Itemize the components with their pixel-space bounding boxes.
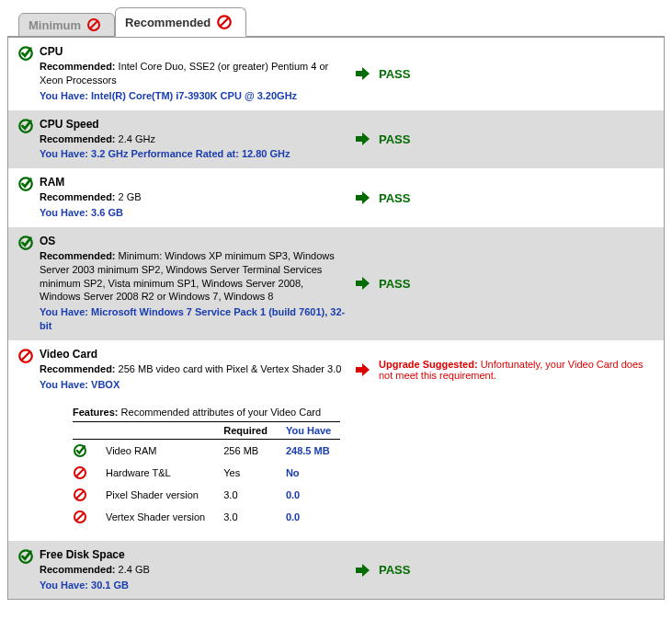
feature-have: 248.5 MB (277, 439, 340, 462)
have-label: You Have: (40, 90, 88, 101)
arrow-icon (353, 64, 371, 83)
pass-icon (73, 443, 87, 458)
features-label: Features: (73, 407, 119, 418)
rec-label: Recommended: (40, 564, 116, 575)
rec-value: 2 GB (119, 191, 142, 202)
results-panel: CPU Recommended: Intel Core Duo, SSE2 (o… (7, 36, 665, 600)
svg-line-12 (76, 469, 84, 476)
item-cpu: CPU Recommended: Intel Core Duo, SSE2 (o… (8, 38, 664, 110)
status-fail-title: Upgrade Suggested: (379, 359, 478, 370)
tab-minimum-label: Minimum (28, 18, 81, 32)
tab-minimum[interactable]: Minimum (18, 13, 115, 37)
feature-name: Hardware T&L (97, 462, 214, 484)
arrow-icon (353, 561, 371, 579)
tab-recommended-label: Recommended (125, 16, 211, 29)
feature-name: Vertex Shader version (97, 506, 214, 528)
feature-required: 3.0 (214, 484, 277, 506)
item-title: RAM (40, 176, 346, 189)
have-label: You Have: (40, 306, 88, 317)
status-pass: PASS (379, 277, 410, 291)
item-os: OS Recommended: Minimum: Windows XP mini… (8, 227, 664, 340)
feature-row: Pixel Shader version 3.0 0.0 (73, 484, 340, 506)
item-title: CPU Speed (40, 118, 346, 131)
item-video: Video Card Recommended: 256 MB video car… (8, 340, 664, 399)
svg-line-3 (221, 18, 229, 27)
svg-line-1 (90, 21, 97, 29)
have-label: You Have: (40, 148, 88, 159)
arrow-icon (353, 130, 371, 148)
status-pass: PASS (379, 132, 410, 146)
item-title: CPU (40, 45, 346, 58)
feature-row: Video RAM 256 MB 248.5 MB (73, 439, 340, 462)
fail-icon (17, 348, 34, 364)
item-title: Free Disk Space (40, 548, 346, 561)
arrow-icon (353, 274, 371, 293)
tab-recommended[interactable]: Recommended (115, 7, 246, 37)
rec-label: Recommended: (40, 191, 116, 202)
tabs-bar: Minimum Recommended (7, 7, 665, 37)
item-cpu_speed: CPU Speed Recommended: 2.4 GHz You Have:… (8, 110, 664, 169)
pass-icon (17, 235, 34, 251)
status-pass: PASS (379, 67, 410, 81)
svg-line-16 (76, 513, 84, 521)
rec-label: Recommended: (40, 133, 116, 144)
rec-value: 2.4 GHz (119, 133, 155, 144)
features-table: RequiredYou Have Video RAM 256 MB 248.5 … (73, 421, 340, 528)
col-have: You Have (277, 421, 340, 439)
feature-name: Pixel Shader version (97, 484, 214, 506)
have-label: You Have: (40, 379, 88, 390)
svg-line-14 (76, 491, 84, 499)
have-value: 30.1 GB (91, 579, 129, 591)
rec-value: 2.4 GB (119, 564, 150, 575)
pass-icon (17, 118, 34, 134)
feature-have: No (277, 462, 340, 484)
feature-required: 256 MB (214, 439, 277, 462)
rec-value: 256 MB video card with Pixel & Vertex Sh… (119, 363, 342, 374)
have-value: VBOX (91, 379, 120, 390)
have-value: 3.2 GHz Performance Rated at: 12.80 GHz (91, 148, 290, 159)
feature-name: Video RAM (97, 439, 214, 462)
fail-icon (73, 488, 87, 502)
arrow-icon (353, 189, 371, 207)
status-pass: PASS (379, 191, 410, 205)
arrow-icon (353, 361, 371, 379)
feature-have: 0.0 (277, 506, 340, 528)
have-value: Intel(R) Core(TM) i7-3930K CPU @ 3.20GHz (91, 90, 297, 101)
feature-required: Yes (214, 462, 277, 484)
pass-icon (17, 548, 34, 565)
item-title: OS (40, 235, 346, 247)
fail-icon (73, 510, 87, 524)
feature-row: Hardware T&L Yes No (73, 462, 340, 484)
have-label: You Have: (40, 579, 88, 591)
rec-label: Recommended: (40, 250, 116, 261)
item-ram: RAM Recommended: 2 GB You Have: 3.6 GB P… (8, 168, 664, 227)
rec-label: Recommended: (40, 363, 116, 374)
fail-icon (216, 14, 233, 30)
status-pass: PASS (379, 563, 410, 577)
features-desc: Recommended attributes of your Video Car… (121, 407, 321, 418)
features-block: Features: Recommended attributes of your… (8, 399, 664, 541)
item-title: Video Card (40, 348, 346, 361)
feature-have: 0.0 (277, 484, 340, 506)
feature-row: Vertex Shader version 3.0 0.0 (73, 506, 340, 528)
feature-required: 3.0 (214, 506, 277, 528)
pass-icon (17, 176, 34, 192)
rec-label: Recommended: (40, 61, 116, 72)
have-label: You Have: (40, 207, 88, 218)
pass-icon (17, 45, 34, 62)
col-required: Required (214, 421, 277, 439)
fail-icon (73, 465, 87, 480)
item-disk: Free Disk Space Recommended: 2.4 GB You … (8, 541, 664, 600)
fail-icon (86, 17, 101, 32)
have-value: 3.6 GB (91, 207, 123, 218)
svg-line-9 (22, 351, 30, 360)
